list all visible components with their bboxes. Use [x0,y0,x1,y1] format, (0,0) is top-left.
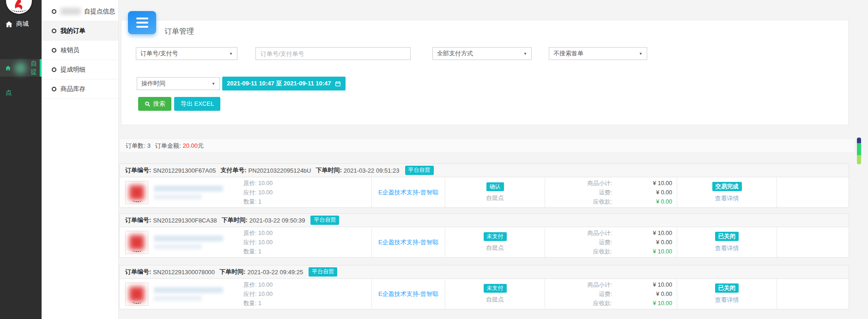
amounts-cell: 商品小计:¥ 10.00 运费:¥ 0.00 应收款:¥ 10.00 [545,227,677,257]
status-cell: 已关闭 查看详情 [677,227,777,257]
order-count-label: 订单数: [126,142,146,150]
order-header: 订单编号: SN2012291300078000 下单时间: 2021-03-2… [119,265,849,279]
sidebar-item-label: 自提 [30,60,40,76]
buyer-link[interactable]: E企盈技术支持-曾智聪 [378,188,438,197]
order-time: 2021-03-22 09:51:23 [344,167,400,174]
blurred-product-name [154,287,223,301]
scrollbar-thumb[interactable] [857,138,861,164]
order-number-input[interactable] [255,47,411,60]
order-card: 订单编号: SN2012291300078000 下单时间: 2021-03-2… [119,265,849,309]
select-value: 操作时间 [141,79,165,88]
submenu: 自提点信息 我的订单 核销员 提成明细 商品库存 [42,0,118,319]
select-value: 不搜索首单 [553,49,583,58]
status-cell: 交易完成 查看详情 [677,177,777,207]
date-range-button[interactable]: 2021-09-11 10:47 至 2021-09-11 10:47 [222,77,346,90]
date-range-text: 2021-09-11 10:47 至 2021-09-11 10:47 [227,79,331,88]
orig-price-label: 原价: [243,180,256,187]
order-no-label: 订单编号: [125,166,151,175]
radio-circle-icon [52,9,56,14]
orig-price: 10.00 [258,230,273,236]
radio-circle-icon [52,67,56,72]
receivable-label: 应收款: [593,299,612,308]
export-button-label: 导出 EXCEL [181,100,214,108]
pickup-type: 自提点 [486,295,504,304]
product-image [125,283,148,306]
submenu-item-pickup-info[interactable]: 自提点信息 [42,2,118,21]
submenu-item-label: 核销员 [61,46,79,54]
pay-method-select[interactable]: 全部支付方式 ▼ [432,47,532,60]
first-order-select[interactable]: 不搜索首单 ▼ [549,47,647,60]
due-label: 应付: [243,239,256,246]
export-excel-button[interactable]: 导出 EXCEL [174,97,220,111]
orig-price: 10.00 [258,282,273,288]
qty-label: 数量: [243,300,256,307]
sidebar-item-mall[interactable]: 商城 [0,18,42,30]
buyer-cell: E企盈技术支持-曾智聪 [371,279,445,309]
view-detail-link[interactable]: 查看详情 [715,296,739,304]
due-label: 应付: [243,291,256,297]
sidebar-item-pickup-point[interactable]: 自提 [0,59,42,77]
receivable-label: 应收款: [593,197,612,206]
search-icon [145,101,151,107]
receivable: ¥ 10.00 [612,299,672,308]
order-amount: 20.00 [182,142,198,149]
sidebar-item-label: 商城 [16,20,29,28]
home-icon [6,21,12,27]
pay-status-badge: 确认 [486,182,504,192]
pay-status-cell: 确认 自提点 [445,177,545,207]
shipping: ¥ 0.00 [612,188,672,197]
submenu-item-my-orders[interactable]: 我的订单 [42,21,118,41]
shipping: ¥ 0.00 [612,238,672,247]
order-count: 3 [147,142,151,149]
qty: 1 [258,248,261,255]
order-row: 原价: 10.00 应付: 10.00 数量: 1 E企盈技术支持-曾智聪 未支… [119,279,849,309]
buyer-link[interactable]: E企盈技术支持-曾智聪 [378,238,438,247]
order-time-label: 下单时间: [221,216,247,224]
chevron-down-icon: ▼ [212,82,215,86]
view-detail-link[interactable]: 查看详情 [715,244,739,253]
order-field-select[interactable]: 订单号/支付号 ▼ [136,47,237,60]
chevron-down-icon: ▼ [523,52,527,56]
empty-cell [777,227,849,257]
menu-toggle-button[interactable] [128,11,156,34]
buyer-cell: E企盈技术支持-曾智聪 [371,177,445,207]
view-detail-link[interactable]: 查看详情 [715,194,739,203]
submenu-item-verifier[interactable]: 核销员 [42,41,118,60]
submenu-item-product-stock[interactable]: 商品库存 [42,79,118,99]
submenu-item-label: 自提点信息 [84,7,115,16]
blurred-logo [129,185,144,200]
due: 10.00 [258,291,273,297]
page-title: 订单管理 [164,27,194,36]
logo-text-arc [11,6,27,12]
order-time: 2021-03-22 09:50:39 [249,217,305,224]
order-header: 订单编号: SN2012291300F67A05 支付单号: PN2021032… [119,163,849,177]
order-no: SN2012291300F8CA38 [153,217,217,224]
order-time-label: 下单时间: [219,268,245,276]
buyer-link[interactable]: E企盈技术支持-曾智聪 [378,290,438,298]
search-button[interactable]: 搜索 [138,97,171,111]
radio-circle-icon [52,29,56,33]
receivable: ¥ 0.00 [612,197,672,206]
blurred-text [61,8,81,15]
empty-cell [777,279,849,309]
qty: 1 [258,199,261,205]
due-label: 应付: [243,189,256,196]
select-value: 订单号/支付号 [140,49,178,58]
chevron-down-icon: ▼ [639,52,643,56]
order-amount-label: 订单金额: [155,142,181,150]
orders-summary-bar: 订单数: 3 订单金额: 20.00 元 [119,138,855,153]
select-value: 全部支付方式 [437,49,473,58]
calendar-icon [335,81,341,87]
radio-circle-icon [52,48,56,53]
status-cell: 已关闭 查看详情 [677,279,777,309]
order-time: 2021-03-22 09:49:25 [247,269,303,276]
order-time-label: 下单时间: [316,166,341,175]
time-type-select[interactable]: 操作时间 ▼ [137,77,220,90]
submenu-item-commission-detail[interactable]: 提成明细 [42,60,118,79]
price-info: 原价: 10.00 应付: 10.00 数量: 1 [243,280,273,308]
product-cell: 原价: 10.00 应付: 10.00 数量: 1 [120,227,371,257]
subtotal: ¥ 10.00 [612,280,672,289]
subtotal-label: 商品小计: [588,229,612,238]
subtotal-label: 商品小计: [588,280,612,289]
platform-badge: 平台自营 [309,267,337,277]
